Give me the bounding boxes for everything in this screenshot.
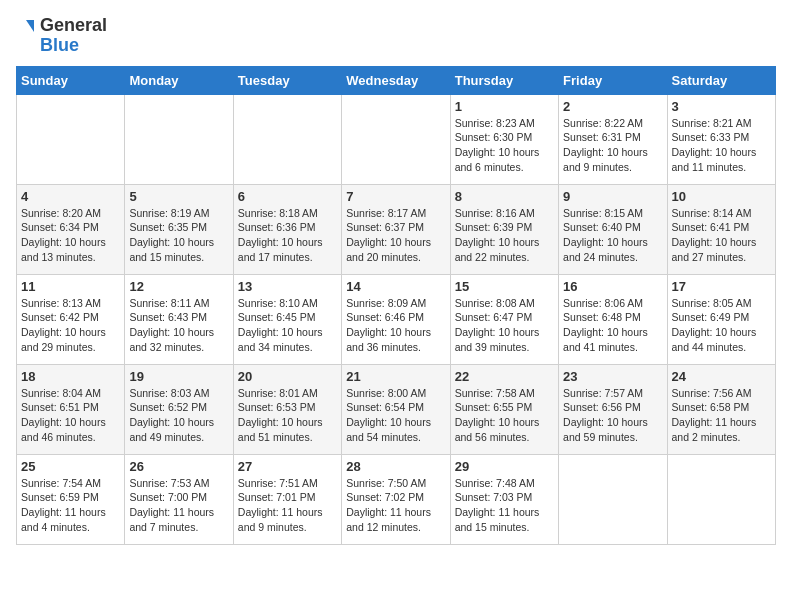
day-number: 12 <box>129 279 228 294</box>
calendar-cell: 26Sunrise: 7:53 AM Sunset: 7:00 PM Dayli… <box>125 454 233 544</box>
day-info: Sunrise: 8:20 AM Sunset: 6:34 PM Dayligh… <box>21 206 120 265</box>
calendar-cell <box>17 94 125 184</box>
calendar-cell: 1Sunrise: 8:23 AM Sunset: 6:30 PM Daylig… <box>450 94 558 184</box>
day-info: Sunrise: 8:10 AM Sunset: 6:45 PM Dayligh… <box>238 296 337 355</box>
day-info: Sunrise: 7:58 AM Sunset: 6:55 PM Dayligh… <box>455 386 554 445</box>
day-info: Sunrise: 8:16 AM Sunset: 6:39 PM Dayligh… <box>455 206 554 265</box>
calendar-week-2: 4Sunrise: 8:20 AM Sunset: 6:34 PM Daylig… <box>17 184 776 274</box>
day-info: Sunrise: 8:23 AM Sunset: 6:30 PM Dayligh… <box>455 116 554 175</box>
day-number: 11 <box>21 279 120 294</box>
day-number: 6 <box>238 189 337 204</box>
calendar-cell: 12Sunrise: 8:11 AM Sunset: 6:43 PM Dayli… <box>125 274 233 364</box>
day-info: Sunrise: 8:17 AM Sunset: 6:37 PM Dayligh… <box>346 206 445 265</box>
calendar-cell: 24Sunrise: 7:56 AM Sunset: 6:58 PM Dayli… <box>667 364 775 454</box>
day-info: Sunrise: 8:11 AM Sunset: 6:43 PM Dayligh… <box>129 296 228 355</box>
calendar-header: SundayMondayTuesdayWednesdayThursdayFrid… <box>17 66 776 94</box>
calendar-week-5: 25Sunrise: 7:54 AM Sunset: 6:59 PM Dayli… <box>17 454 776 544</box>
calendar-cell: 22Sunrise: 7:58 AM Sunset: 6:55 PM Dayli… <box>450 364 558 454</box>
calendar-week-1: 1Sunrise: 8:23 AM Sunset: 6:30 PM Daylig… <box>17 94 776 184</box>
calendar-cell: 18Sunrise: 8:04 AM Sunset: 6:51 PM Dayli… <box>17 364 125 454</box>
day-info: Sunrise: 8:15 AM Sunset: 6:40 PM Dayligh… <box>563 206 662 265</box>
calendar-table: SundayMondayTuesdayWednesdayThursdayFrid… <box>16 66 776 545</box>
calendar-cell: 8Sunrise: 8:16 AM Sunset: 6:39 PM Daylig… <box>450 184 558 274</box>
calendar-cell: 20Sunrise: 8:01 AM Sunset: 6:53 PM Dayli… <box>233 364 341 454</box>
calendar-cell: 23Sunrise: 7:57 AM Sunset: 6:56 PM Dayli… <box>559 364 667 454</box>
day-number: 26 <box>129 459 228 474</box>
calendar-cell: 27Sunrise: 7:51 AM Sunset: 7:01 PM Dayli… <box>233 454 341 544</box>
svg-marker-2 <box>26 20 34 32</box>
day-number: 27 <box>238 459 337 474</box>
calendar-cell: 14Sunrise: 8:09 AM Sunset: 6:46 PM Dayli… <box>342 274 450 364</box>
day-number: 9 <box>563 189 662 204</box>
day-info: Sunrise: 8:00 AM Sunset: 6:54 PM Dayligh… <box>346 386 445 445</box>
header: General Blue <box>16 16 776 56</box>
header-day-friday: Friday <box>559 66 667 94</box>
header-day-wednesday: Wednesday <box>342 66 450 94</box>
day-number: 15 <box>455 279 554 294</box>
day-number: 16 <box>563 279 662 294</box>
day-number: 13 <box>238 279 337 294</box>
day-number: 18 <box>21 369 120 384</box>
day-number: 20 <box>238 369 337 384</box>
header-day-sunday: Sunday <box>17 66 125 94</box>
day-number: 19 <box>129 369 228 384</box>
day-number: 3 <box>672 99 771 114</box>
day-info: Sunrise: 7:56 AM Sunset: 6:58 PM Dayligh… <box>672 386 771 445</box>
day-info: Sunrise: 8:06 AM Sunset: 6:48 PM Dayligh… <box>563 296 662 355</box>
calendar-cell: 15Sunrise: 8:08 AM Sunset: 6:47 PM Dayli… <box>450 274 558 364</box>
day-number: 29 <box>455 459 554 474</box>
logo: General Blue <box>16 16 107 56</box>
day-number: 4 <box>21 189 120 204</box>
calendar-week-4: 18Sunrise: 8:04 AM Sunset: 6:51 PM Dayli… <box>17 364 776 454</box>
day-info: Sunrise: 8:09 AM Sunset: 6:46 PM Dayligh… <box>346 296 445 355</box>
calendar-cell <box>559 454 667 544</box>
day-number: 17 <box>672 279 771 294</box>
day-number: 8 <box>455 189 554 204</box>
header-day-saturday: Saturday <box>667 66 775 94</box>
day-info: Sunrise: 8:03 AM Sunset: 6:52 PM Dayligh… <box>129 386 228 445</box>
day-info: Sunrise: 8:13 AM Sunset: 6:42 PM Dayligh… <box>21 296 120 355</box>
day-number: 7 <box>346 189 445 204</box>
day-number: 22 <box>455 369 554 384</box>
calendar-cell: 9Sunrise: 8:15 AM Sunset: 6:40 PM Daylig… <box>559 184 667 274</box>
day-info: Sunrise: 8:18 AM Sunset: 6:36 PM Dayligh… <box>238 206 337 265</box>
calendar-cell: 21Sunrise: 8:00 AM Sunset: 6:54 PM Dayli… <box>342 364 450 454</box>
header-day-tuesday: Tuesday <box>233 66 341 94</box>
day-info: Sunrise: 7:48 AM Sunset: 7:03 PM Dayligh… <box>455 476 554 535</box>
day-number: 28 <box>346 459 445 474</box>
calendar-cell <box>233 94 341 184</box>
day-number: 25 <box>21 459 120 474</box>
calendar-cell: 17Sunrise: 8:05 AM Sunset: 6:49 PM Dayli… <box>667 274 775 364</box>
day-info: Sunrise: 8:04 AM Sunset: 6:51 PM Dayligh… <box>21 386 120 445</box>
day-number: 1 <box>455 99 554 114</box>
logo-icon <box>16 18 36 54</box>
day-info: Sunrise: 7:51 AM Sunset: 7:01 PM Dayligh… <box>238 476 337 535</box>
header-day-monday: Monday <box>125 66 233 94</box>
calendar-cell <box>125 94 233 184</box>
day-info: Sunrise: 7:50 AM Sunset: 7:02 PM Dayligh… <box>346 476 445 535</box>
day-info: Sunrise: 8:14 AM Sunset: 6:41 PM Dayligh… <box>672 206 771 265</box>
calendar-cell: 11Sunrise: 8:13 AM Sunset: 6:42 PM Dayli… <box>17 274 125 364</box>
day-info: Sunrise: 8:19 AM Sunset: 6:35 PM Dayligh… <box>129 206 228 265</box>
calendar-cell: 25Sunrise: 7:54 AM Sunset: 6:59 PM Dayli… <box>17 454 125 544</box>
calendar-cell: 7Sunrise: 8:17 AM Sunset: 6:37 PM Daylig… <box>342 184 450 274</box>
calendar-cell <box>667 454 775 544</box>
day-number: 5 <box>129 189 228 204</box>
day-info: Sunrise: 7:57 AM Sunset: 6:56 PM Dayligh… <box>563 386 662 445</box>
day-info: Sunrise: 8:01 AM Sunset: 6:53 PM Dayligh… <box>238 386 337 445</box>
header-day-thursday: Thursday <box>450 66 558 94</box>
header-row: SundayMondayTuesdayWednesdayThursdayFrid… <box>17 66 776 94</box>
calendar-cell: 5Sunrise: 8:19 AM Sunset: 6:35 PM Daylig… <box>125 184 233 274</box>
day-info: Sunrise: 8:22 AM Sunset: 6:31 PM Dayligh… <box>563 116 662 175</box>
calendar-cell: 4Sunrise: 8:20 AM Sunset: 6:34 PM Daylig… <box>17 184 125 274</box>
calendar-cell: 3Sunrise: 8:21 AM Sunset: 6:33 PM Daylig… <box>667 94 775 184</box>
calendar-cell: 2Sunrise: 8:22 AM Sunset: 6:31 PM Daylig… <box>559 94 667 184</box>
day-info: Sunrise: 8:05 AM Sunset: 6:49 PM Dayligh… <box>672 296 771 355</box>
calendar-cell: 29Sunrise: 7:48 AM Sunset: 7:03 PM Dayli… <box>450 454 558 544</box>
calendar-cell: 10Sunrise: 8:14 AM Sunset: 6:41 PM Dayli… <box>667 184 775 274</box>
calendar-cell <box>342 94 450 184</box>
day-number: 14 <box>346 279 445 294</box>
day-number: 24 <box>672 369 771 384</box>
day-number: 23 <box>563 369 662 384</box>
calendar-cell: 16Sunrise: 8:06 AM Sunset: 6:48 PM Dayli… <box>559 274 667 364</box>
